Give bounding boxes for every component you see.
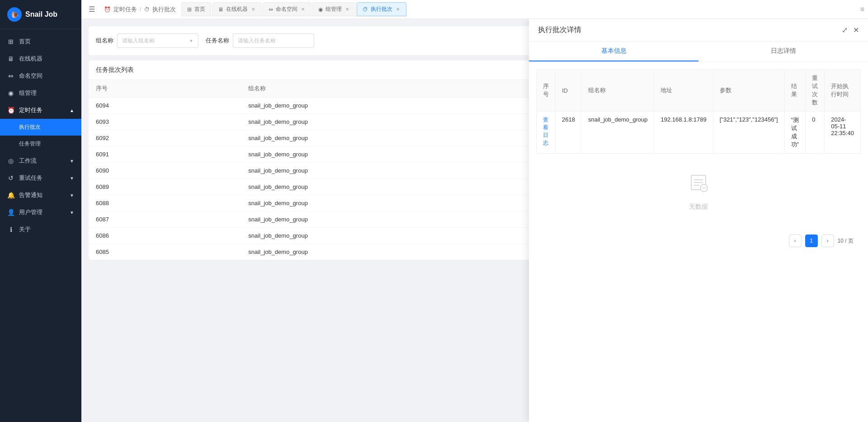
app-logo: 🐌 Snail Job: [0, 0, 81, 29]
task-name-label: 任务名称: [206, 37, 229, 45]
sidebar-item-scheduled-tasks[interactable]: ⏰ 定时任务 ▲: [0, 102, 81, 119]
detail-col-id: ID: [556, 70, 582, 112]
sidebar-item-user-management[interactable]: 👤 用户管理 ▼: [0, 204, 81, 221]
cell-id[interactable]: 6090: [89, 163, 241, 179]
col-seq: 序号: [89, 80, 241, 98]
info-icon: ℹ: [7, 226, 14, 233]
tabs-bar: ☰ ⏰ 定时任务 / ⏱ 执行批次 ⊞ 首页 🖥 在线机器 ✕ ⇔ 命名空间: [81, 0, 868, 19]
tab-namespace-icon: ⇔: [269, 6, 273, 13]
tab-close-online-machines[interactable]: ✕: [250, 6, 256, 12]
current-page[interactable]: 1: [805, 234, 818, 247]
sidebar: 🐌 Snail Job ⊞ 首页 🖥 在线机器 ⇔ 命名空间 ◉ 组管理 ⏰ 定…: [0, 0, 81, 422]
cell-id[interactable]: 6085: [89, 244, 241, 260]
detail-col-address: 地址: [654, 70, 713, 112]
sidebar-item-home[interactable]: ⊞ 首页: [0, 33, 81, 50]
cell-id[interactable]: 6087: [89, 211, 241, 228]
tab-online-machines[interactable]: 🖥 在线机器 ✕: [212, 2, 262, 16]
sidebar-item-workflow[interactable]: ◎ 工作流 ▼: [0, 152, 81, 169]
main-content: ☰ ⏰ 定时任务 / ⏱ 执行批次 ⊞ 首页 🖥 在线机器 ✕ ⇔ 命名空间: [81, 0, 868, 422]
breadcrumb-current-icon: ⏱: [144, 6, 150, 13]
retry-icon: ↺: [7, 174, 14, 182]
close-button[interactable]: ✕: [853, 26, 859, 34]
home-icon: ⊞: [7, 38, 14, 45]
prev-page-button[interactable]: ‹: [789, 234, 802, 247]
sidebar-item-online-machines[interactable]: 🖥 在线机器: [0, 50, 81, 67]
detail-cell-id: 2618: [556, 112, 582, 154]
dropdown-arrow-icon: ▼: [189, 38, 193, 43]
cell-id[interactable]: 6089: [89, 179, 241, 195]
tabs-more-button[interactable]: ≡: [860, 5, 864, 14]
sidebar-item-execution-batch[interactable]: 执行批次: [0, 119, 81, 136]
detail-actions: ⤢ ✕: [842, 26, 859, 34]
sidebar-item-group-management[interactable]: ◉ 组管理: [0, 84, 81, 102]
detail-body: 序号 ID 组名称 地址 参数 结果 重试次数 开始执行时间: [529, 62, 868, 422]
scheduled-tasks-submenu: 执行批次 任务管理: [0, 119, 81, 152]
sidebar-item-label: 关于: [19, 225, 31, 234]
sidebar-item-label: 命名空间: [19, 72, 42, 80]
tab-close-execution-batch[interactable]: ✕: [395, 6, 401, 12]
view-log-link[interactable]: 查看日志: [543, 117, 548, 146]
tab-group-management[interactable]: ◉ 组管理 ✕: [312, 2, 356, 16]
group-name-label: 组名称: [96, 37, 113, 45]
group-name-input[interactable]: 请输入组名称 ▼: [117, 33, 198, 48]
task-name-filter: 任务名称 请输入任务名称: [206, 33, 314, 48]
pagination: ‹ 1 › 10 / 页: [536, 229, 861, 253]
detail-tabs: 基本信息 日志详情: [529, 42, 868, 62]
tab-execution-batch[interactable]: ⏱ 执行批次 ✕: [357, 2, 406, 16]
monitor-icon: 🖥: [7, 55, 14, 62]
breadcrumb-parent: 定时任务: [113, 5, 137, 14]
cell-id[interactable]: 6086: [89, 228, 241, 244]
cell-id[interactable]: 6091: [89, 146, 241, 163]
user-icon: 👤: [7, 209, 14, 216]
task-name-input[interactable]: 请输入任务名称: [233, 33, 314, 48]
menu-toggle-button[interactable]: ☰: [85, 2, 99, 16]
cell-id[interactable]: 6092: [89, 130, 241, 146]
execution-batch-label: 执行批次: [19, 123, 41, 131]
group-name-placeholder: 请输入组名称: [122, 37, 155, 45]
next-page-button[interactable]: ›: [821, 234, 834, 247]
tab-home[interactable]: ⊞ 首页: [181, 2, 211, 16]
tab-home-icon: ⊞: [187, 6, 192, 13]
tab-basic-info[interactable]: 基本信息: [529, 42, 698, 61]
sidebar-item-namespace[interactable]: ⇔ 命名空间: [0, 67, 81, 84]
chevron-down-icon: ▼: [70, 193, 74, 198]
detail-cell-result: "测试成功": [784, 112, 806, 154]
sidebar-item-task-management[interactable]: 任务管理: [0, 136, 81, 152]
group-icon: ◉: [7, 89, 14, 97]
detail-panel: 执行批次详情 ⤢ ✕ 基本信息 日志详情 序号: [529, 19, 868, 422]
cell-id[interactable]: 6093: [89, 114, 241, 130]
sidebar-item-about[interactable]: ℹ 关于: [0, 221, 81, 238]
detail-cell-start-time: 2024-05-11 22:35:40: [825, 112, 861, 154]
tab-namespace[interactable]: ⇔ 命名空间 ✕: [263, 2, 311, 16]
tab-execution-label: 执行批次: [371, 5, 392, 13]
tab-close-namespace[interactable]: ✕: [300, 6, 306, 12]
page-size-selector[interactable]: 10 / 页: [838, 237, 854, 245]
detail-table: 序号 ID 组名称 地址 参数 结果 重试次数 开始执行时间: [536, 69, 861, 154]
sidebar-item-notifications[interactable]: 🔔 告警通知 ▼: [0, 187, 81, 204]
tab-close-group-management[interactable]: ✕: [344, 6, 350, 12]
tab-log-detail[interactable]: 日志详情: [698, 42, 868, 61]
cell-id[interactable]: 6094: [89, 98, 241, 114]
sidebar-item-label: 告警通知: [19, 191, 42, 199]
sidebar-item-label: 首页: [19, 38, 31, 46]
clock-icon: ⏰: [7, 107, 14, 114]
chevron-down-icon: ▼: [70, 159, 74, 164]
detail-cell-viewlog: 查看日志: [537, 112, 556, 154]
task-name-placeholder: 请输入任务名称: [238, 37, 276, 45]
tab-online-label: 在线机器: [226, 5, 248, 13]
detail-table-row: 查看日志 2618 snail_job_demo_group 192.168.1…: [537, 112, 861, 154]
detail-col-params: 参数: [713, 70, 784, 112]
no-data-area: 无数据: [536, 154, 861, 229]
sidebar-item-label: 重试任务: [19, 174, 42, 182]
detail-cell-group: snail_job_demo_group: [581, 112, 654, 154]
detail-cell-params: ["321","123","123456"]: [713, 112, 784, 154]
sidebar-item-retry-tasks[interactable]: ↺ 重试任务 ▼: [0, 169, 81, 187]
expand-button[interactable]: ⤢: [842, 26, 848, 34]
group-name-filter: 组名称 请输入组名称 ▼: [96, 33, 198, 48]
cell-id[interactable]: 6088: [89, 195, 241, 211]
detail-col-seq: 序号: [537, 70, 556, 112]
no-data-icon: [688, 172, 709, 197]
detail-cell-retry: 0: [806, 112, 825, 154]
task-management-label: 任务管理: [19, 140, 41, 148]
tab-online-icon: 🖥: [218, 6, 223, 13]
